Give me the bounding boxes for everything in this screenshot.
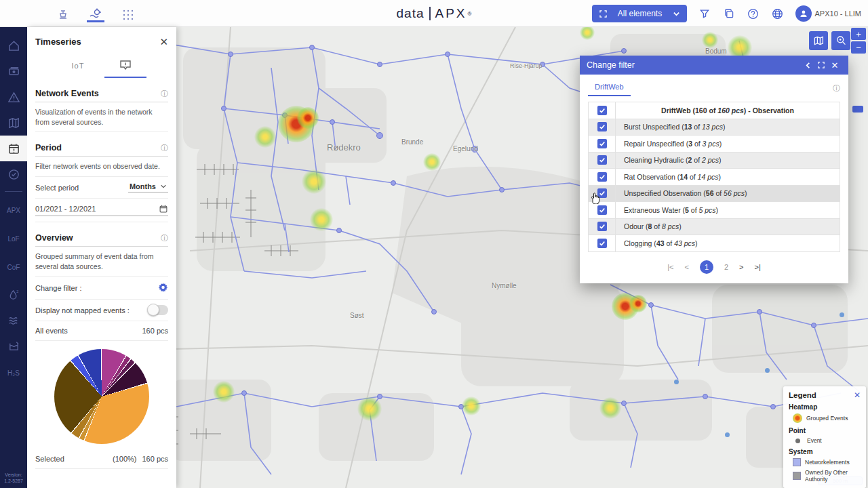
page-1-button[interactable]: 1	[700, 260, 713, 274]
sidebar-item-map[interactable]	[0, 110, 27, 136]
sidebar-item-alerts[interactable]	[0, 84, 27, 110]
event-point[interactable]	[725, 432, 730, 437]
row-checkbox[interactable]	[589, 235, 616, 251]
info-icon[interactable]: ⓘ	[833, 85, 840, 96]
panel-close-button[interactable]: ✕	[159, 37, 168, 47]
filter-row[interactable]: Burst Unspecified (13 of 13 pcs)	[589, 119, 840, 136]
checkbox-checked-icon	[597, 222, 607, 231]
period-select-value: Months	[130, 182, 156, 190]
info-icon[interactable]: ⓘ	[161, 90, 168, 98]
panel-tabs: IoT	[35, 54, 168, 78]
sidebar-item-basin[interactable]	[0, 333, 27, 359]
legend-item: Event	[789, 437, 861, 444]
zoom-out-button[interactable]: −	[851, 41, 866, 54]
row-checkbox[interactable]	[589, 219, 616, 235]
last-page-button[interactable]: >|	[755, 263, 761, 271]
row-checkbox[interactable]	[589, 202, 616, 218]
info-icon[interactable]: ⓘ	[161, 144, 168, 152]
row-checkbox[interactable]	[589, 136, 616, 152]
sidebar-item-home[interactable]	[0, 33, 27, 58]
map-search-button[interactable]	[831, 31, 850, 50]
row-checkbox[interactable]	[589, 119, 616, 136]
event-point[interactable]	[840, 312, 844, 317]
row-label: Cleaning Hydraulic (2 of 2 pcs)	[616, 156, 722, 164]
event-point[interactable]	[765, 368, 770, 373]
filter-row[interactable]: Repair Unspecified (3 of 3 pcs)	[589, 136, 840, 152]
tab-driftweb[interactable]: DriftWeb	[588, 83, 631, 96]
zoom-in-button[interactable]: +	[851, 28, 866, 40]
sidebar-item-lof[interactable]: LoF	[7, 224, 19, 253]
filter-row[interactable]: Odour (8 of 8 pcs)	[589, 219, 840, 236]
pipeline-icon[interactable]	[87, 5, 104, 22]
heatmap-swatch	[793, 413, 802, 423]
row-checkbox[interactable]	[589, 186, 616, 202]
filter-row[interactable]: DriftWeb (160 of 160 pcs) - Observation	[589, 102, 840, 119]
legend-item: Owned By Other Authority	[789, 469, 861, 483]
sidebar-item-events[interactable]	[0, 136, 27, 161]
event-point[interactable]	[674, 380, 679, 384]
home-icon	[7, 39, 20, 52]
tab-iot[interactable]: IoT	[57, 54, 99, 78]
sidebar-item-cof[interactable]: CoF	[7, 253, 20, 281]
copy-icon[interactable]	[722, 7, 736, 20]
globe-icon[interactable]	[771, 7, 785, 20]
display-not-mapped-toggle[interactable]	[148, 305, 168, 315]
sidebar-item-h2s[interactable]: H₂S	[7, 359, 20, 387]
filter-row[interactable]: Extraneous Water (5 of 5 pcs)	[589, 202, 840, 219]
period-select[interactable]: Months	[128, 182, 168, 192]
sidebar-item-waves[interactable]	[0, 307, 27, 333]
row-checkbox[interactable]	[589, 169, 616, 185]
user-menu[interactable]: APX10 - LLIM	[795, 5, 861, 22]
map-layers-button[interactable]	[809, 31, 828, 50]
change-filter-button[interactable]	[158, 282, 168, 293]
drop-icon: 2	[7, 288, 20, 301]
events-pie-chart[interactable]	[54, 349, 149, 444]
sidebar-item-history[interactable]	[0, 161, 27, 187]
row-checkbox[interactable]	[589, 152, 616, 169]
logo-brand: APX	[435, 6, 467, 21]
legend-close-button[interactable]: ✕	[854, 391, 861, 399]
checkbox-checked-icon	[597, 239, 607, 248]
sidebar-item-apx[interactable]: APX	[7, 196, 20, 224]
all-events-label: All events	[35, 327, 68, 335]
filter-rows: DriftWeb (160 of 160 pcs) - ObservationB…	[588, 102, 840, 252]
help-icon[interactable]	[747, 7, 760, 20]
info-icon[interactable]: ⓘ	[161, 235, 168, 242]
first-page-button[interactable]: |<	[667, 263, 673, 271]
comment-alert-icon	[119, 58, 132, 72]
filter-icon[interactable]	[698, 7, 711, 20]
legend-body: HeatmapGrouped EventsPointEventSystemNet…	[789, 403, 861, 483]
date-range-value: 01/2021 - 12/2021	[35, 205, 96, 213]
filter-row[interactable]: Rat Observation (14 of 14 pcs)	[589, 169, 840, 186]
square-swatch	[793, 458, 801, 466]
filter-row[interactable]: Cleaning Hydraulic (2 of 2 pcs)	[589, 152, 840, 169]
collapse-icon[interactable]	[801, 58, 814, 72]
tap-icon[interactable]	[54, 5, 72, 22]
dialog-header[interactable]: Change filter ✕	[580, 56, 848, 75]
tab-network-events[interactable]	[104, 54, 146, 78]
checkbox-checked-icon	[597, 205, 607, 215]
sidebar-item-water[interactable]: 2	[0, 281, 27, 307]
row-label: Repair Unspecified (3 of 3 pcs)	[616, 140, 722, 148]
row-checkbox[interactable]	[589, 102, 616, 119]
grid-icon[interactable]	[119, 5, 137, 22]
network-events-heading: Network Events	[35, 89, 99, 98]
map-slider-handle[interactable]	[852, 106, 863, 113]
gear-icon	[158, 282, 168, 292]
sidebar-item-assets[interactable]	[0, 58, 27, 84]
fullscreen-icon[interactable]	[814, 58, 828, 72]
checkbox-checked-icon	[597, 172, 607, 182]
dot-swatch	[795, 439, 800, 443]
all-elements-dropdown[interactable]: All elements	[592, 5, 687, 22]
legend-section-heading: Point	[789, 427, 861, 434]
legend-item: Grouped Events	[789, 413, 861, 423]
close-icon[interactable]: ✕	[828, 58, 842, 72]
filter-row[interactable]: Clogging (43 of 43 pcs)	[589, 235, 840, 252]
date-range-input[interactable]: 01/2021 - 12/2021	[35, 204, 168, 216]
map-icon	[7, 117, 20, 129]
page-2-button[interactable]: 2	[724, 263, 728, 271]
filter-row[interactable]: Unspecified Observation (56 of 56 pcs)	[589, 186, 840, 203]
prev-page-button[interactable]: <	[685, 263, 689, 271]
change-filter-label: Change filter :	[35, 284, 81, 292]
next-page-button[interactable]: >	[739, 263, 743, 271]
